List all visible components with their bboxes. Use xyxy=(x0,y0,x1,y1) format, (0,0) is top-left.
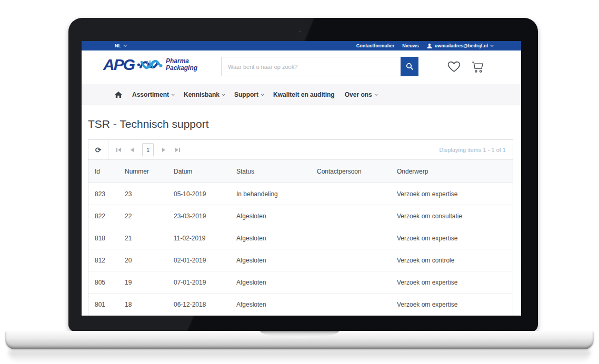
chevron-down-icon xyxy=(222,93,225,96)
column-header-id[interactable]: Id xyxy=(88,168,118,175)
nav-label: Kwaliteit en auditing xyxy=(273,91,335,98)
laptop-reflection xyxy=(8,350,591,363)
pager-prev-button[interactable] xyxy=(125,143,139,157)
contactformulier-link[interactable]: Contactformulier xyxy=(356,43,395,48)
cell-nummer: 23 xyxy=(118,190,167,198)
cell-onderwerp: Verzoek om expertise xyxy=(391,235,513,242)
browser-screen: NL Contactformulier Nieuws uwmailadres@b… xyxy=(82,41,521,316)
cell-nummer: 18 xyxy=(118,301,167,308)
first-page-icon xyxy=(118,148,121,152)
account-menu[interactable]: uwmailadres@bedrijf.nl xyxy=(427,43,493,48)
language-label: NL xyxy=(115,43,121,48)
chevron-down-icon xyxy=(375,93,378,96)
table-row[interactable]: 805 19 07-01-2019 Afgesloten Verzoek om … xyxy=(88,271,513,294)
column-header-status[interactable]: Status xyxy=(230,168,311,175)
cell-status: Afgesloten xyxy=(230,301,311,308)
pager-last-button[interactable] xyxy=(171,143,184,157)
nav-label: Over ons xyxy=(345,91,372,98)
last-page-icon xyxy=(175,148,178,152)
wishlist-button[interactable] xyxy=(447,61,461,74)
prev-page-icon xyxy=(131,148,134,152)
cell-id: 812 xyxy=(88,257,118,264)
cart-button[interactable] xyxy=(472,61,485,75)
table-row[interactable]: 812 20 02-01-2019 Afgesloten Verzoek om … xyxy=(88,249,513,271)
nav-label: Kennisbank xyxy=(184,91,219,98)
cell-datum: 02-01-2019 xyxy=(167,257,230,264)
site-topbar: NL Contactformulier Nieuws uwmailadres@b… xyxy=(82,41,521,50)
cell-datum: 06-12-2018 xyxy=(167,301,230,308)
chevron-down-icon xyxy=(261,93,264,96)
cart-icon xyxy=(472,61,485,73)
cell-status: Afgesloten xyxy=(230,213,311,220)
next-page-icon xyxy=(162,148,165,152)
home-icon xyxy=(115,92,122,98)
pager-first-button[interactable] xyxy=(112,143,125,157)
cell-datum: 11-02-2019 xyxy=(167,235,230,242)
pager-status: Displaying items 1 - 1 of 1 xyxy=(439,147,506,153)
laptop-base xyxy=(5,331,594,349)
nav-item-over-ons[interactable]: Over ons xyxy=(345,91,377,98)
column-header-datum[interactable]: Datum xyxy=(167,168,230,175)
search-button[interactable] xyxy=(401,57,418,76)
pager-next-button[interactable] xyxy=(157,143,171,157)
column-header-onderwerp[interactable]: Onderwerp xyxy=(391,168,513,175)
table-row[interactable]: 818 21 11-02-2019 Afgesloten Verzoek om … xyxy=(88,227,513,249)
chevron-down-icon xyxy=(491,44,494,47)
account-email: uwmailadres@bedrijf.nl xyxy=(435,43,488,48)
first-page-icon xyxy=(116,148,117,152)
laptop-bezel: NL Contactformulier Nieuws uwmailadres@b… xyxy=(68,18,538,332)
cell-id: 818 xyxy=(88,235,118,242)
logo-tagline-line2: Packaging xyxy=(166,64,197,72)
logo-tagline: Pharma Packaging xyxy=(166,58,197,72)
heart-icon xyxy=(447,61,461,73)
nieuws-link[interactable]: Nieuws xyxy=(402,43,419,48)
cell-nummer: 20 xyxy=(118,257,167,264)
main-navigation: Assortiment Kennisbank Support Kwaliteit… xyxy=(82,84,521,105)
nav-item-kwaliteit-en-auditing[interactable]: Kwaliteit en auditing xyxy=(273,91,335,98)
language-selector[interactable]: NL xyxy=(115,43,126,48)
search-icon xyxy=(406,63,414,70)
company-logo[interactable]: APG Pharma Packaging xyxy=(103,56,197,74)
page-title: TSR - Technisch support xyxy=(88,117,521,132)
nav-item-kennisbank[interactable]: Kennisbank xyxy=(184,91,224,98)
column-header-contactpersoon[interactable]: Contactpersoon xyxy=(311,168,391,175)
last-page-icon xyxy=(179,148,180,152)
cell-datum: 23-03-2019 xyxy=(167,213,230,220)
nav-label: Assortiment xyxy=(132,91,169,98)
cell-onderwerp: Verzoek om expertise xyxy=(391,190,513,198)
cell-id: 822 xyxy=(88,213,118,220)
chevron-down-icon xyxy=(124,44,127,47)
refresh-button[interactable]: ⟳ xyxy=(88,140,108,159)
nav-item-support[interactable]: Support xyxy=(234,91,263,98)
cell-id: 823 xyxy=(88,190,118,198)
cell-datum: 07-01-2019 xyxy=(167,279,230,286)
nav-label: Support xyxy=(234,91,258,98)
column-header-nummer[interactable]: Nummer xyxy=(118,168,167,175)
table-row[interactable]: 823 23 05-10-2019 In behandeling Verzoek… xyxy=(88,183,513,205)
dna-helix-icon xyxy=(137,56,163,74)
logo-acronym: APG xyxy=(103,57,134,73)
nav-item-assortiment[interactable]: Assortiment xyxy=(132,91,174,98)
cell-datum: 05-10-2019 xyxy=(167,190,230,198)
logo-tagline-line1: Pharma xyxy=(166,57,189,65)
cell-status: In behandeling xyxy=(230,190,311,198)
nav-home[interactable] xyxy=(115,92,122,98)
table-row[interactable]: 801 18 06-12-2018 Afgesloten Verzoek om … xyxy=(88,294,513,316)
cell-nummer: 22 xyxy=(118,213,167,220)
main-content: TSR - Technisch support ⟳ xyxy=(82,105,521,316)
search-bar xyxy=(221,57,418,76)
chevron-down-icon xyxy=(172,93,175,96)
cell-nummer: 21 xyxy=(118,235,167,242)
pager-current-page[interactable]: 1 xyxy=(142,143,154,156)
cell-status: Afgesloten xyxy=(230,257,311,264)
site-header: APG Pharma Packaging xyxy=(82,50,521,84)
cell-status: Afgesloten xyxy=(230,235,311,242)
cell-nummer: 19 xyxy=(118,279,167,286)
cell-status: Afgesloten xyxy=(230,279,311,286)
cell-onderwerp: Verzoek om controle xyxy=(391,257,513,264)
table-header-row: Id Nummer Datum Status Contactpersoon On… xyxy=(88,160,513,183)
base-notch xyxy=(260,331,339,338)
search-input[interactable] xyxy=(221,57,401,76)
cell-id: 805 xyxy=(88,279,118,286)
table-row[interactable]: 822 22 23-03-2019 Afgesloten Verzoek om … xyxy=(88,205,513,227)
